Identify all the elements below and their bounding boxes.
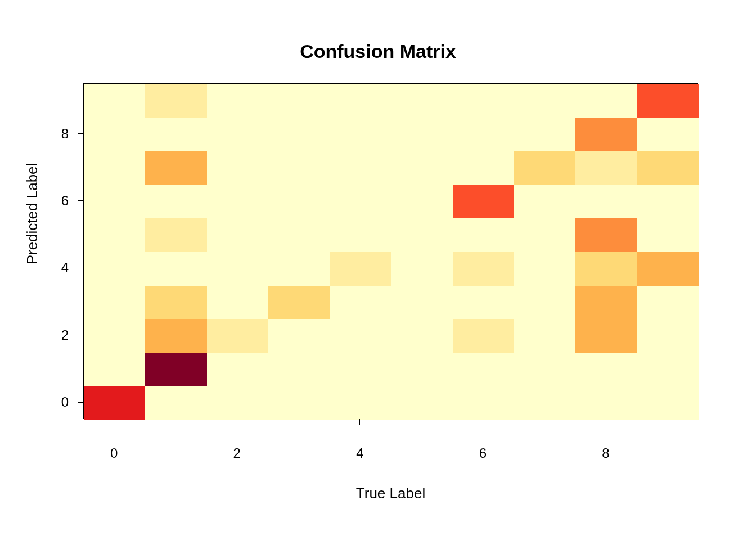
heatmap-cell bbox=[392, 151, 453, 184]
heatmap-cell bbox=[453, 285, 515, 319]
x-tick-label: 0 bbox=[110, 446, 118, 461]
heatmap-cell bbox=[268, 184, 330, 218]
x-tick-label: 8 bbox=[602, 446, 609, 461]
heatmap-cell bbox=[514, 353, 576, 386]
heatmap-cell bbox=[330, 118, 392, 151]
x-tick-mark bbox=[114, 419, 114, 425]
heatmap-cell bbox=[453, 184, 515, 218]
heatmap-cell bbox=[145, 84, 207, 118]
heatmap-cell bbox=[268, 252, 330, 286]
heatmap-cell bbox=[84, 118, 146, 151]
heatmap-cell bbox=[392, 285, 453, 319]
x-tick-mark bbox=[483, 419, 483, 425]
heatmap-cell bbox=[514, 84, 576, 118]
heatmap-cell bbox=[637, 319, 699, 353]
heatmap-cell bbox=[392, 252, 453, 286]
chart-title: Confusion Matrix bbox=[0, 40, 756, 62]
heatmap-cell bbox=[575, 353, 637, 386]
heatmap-cell bbox=[84, 184, 146, 218]
heatmap-cell bbox=[575, 184, 637, 218]
heatmap-cell bbox=[637, 386, 699, 420]
y-tick-label: 0 bbox=[52, 394, 69, 410]
heatmap-cell bbox=[514, 151, 576, 184]
heatmap-cell bbox=[392, 353, 453, 386]
heatmap-cell bbox=[145, 386, 207, 420]
x-tick-mark bbox=[237, 419, 237, 425]
heatmap-cell bbox=[145, 151, 207, 184]
heatmap-cell bbox=[330, 319, 392, 353]
heatmap-cell bbox=[392, 218, 453, 252]
heatmap-cell bbox=[268, 285, 330, 319]
heatmap-cell bbox=[268, 151, 330, 184]
heatmap-cell bbox=[145, 218, 207, 252]
heatmap-cell bbox=[453, 252, 515, 286]
heatmap-cell bbox=[453, 353, 515, 386]
heatmap-cell bbox=[575, 84, 637, 118]
heatmap-cell bbox=[330, 252, 392, 286]
confusion-matrix-chart: Confusion Matrix True Label Predicted La… bbox=[0, 0, 756, 540]
heatmap-cell bbox=[207, 252, 269, 286]
heatmap-cell bbox=[637, 353, 699, 386]
heatmap-cell bbox=[392, 184, 453, 218]
heatmap-cell bbox=[268, 84, 330, 118]
heatmap-cell bbox=[637, 84, 699, 118]
heatmap-cell bbox=[84, 285, 146, 319]
x-tick-label: 6 bbox=[479, 446, 487, 461]
heatmap-cell bbox=[330, 386, 392, 420]
heatmap-cell bbox=[453, 151, 515, 184]
heatmap-cell bbox=[392, 84, 453, 118]
heatmap-cell bbox=[145, 252, 207, 286]
heatmap-cell bbox=[268, 319, 330, 353]
x-axis-label: True Label bbox=[83, 485, 698, 502]
heatmap-cell bbox=[84, 151, 146, 184]
heatmap-cell bbox=[575, 218, 637, 252]
heatmap-cell bbox=[207, 386, 269, 420]
heatmap-cell bbox=[207, 285, 269, 319]
x-tick-label: 4 bbox=[356, 446, 363, 461]
heatmap-cell bbox=[637, 218, 699, 252]
y-tick-label: 8 bbox=[52, 126, 69, 142]
x-tick-mark bbox=[359, 419, 360, 425]
heatmap-cell bbox=[453, 118, 515, 151]
heatmap-cell bbox=[637, 252, 699, 286]
heatmap-cell bbox=[392, 386, 453, 420]
heatmap-cell bbox=[268, 386, 330, 420]
heatmap-cell bbox=[207, 151, 269, 184]
y-tick-mark bbox=[78, 402, 83, 403]
heatmap-cell bbox=[514, 184, 576, 218]
heatmap-cell bbox=[145, 353, 207, 386]
heatmap-cell bbox=[207, 319, 269, 353]
heatmap-cell bbox=[84, 218, 146, 252]
heatmap-cell bbox=[84, 319, 146, 353]
heatmap-cell bbox=[514, 285, 576, 319]
x-tick-mark bbox=[606, 419, 606, 425]
heatmap-cell bbox=[575, 151, 637, 184]
heatmap-cell bbox=[207, 353, 269, 386]
heatmap-cell bbox=[84, 84, 146, 118]
heatmap-cell bbox=[330, 151, 392, 184]
heatmap-cell bbox=[330, 184, 392, 218]
heatmap-cell bbox=[207, 218, 269, 252]
heatmap-cell bbox=[145, 184, 207, 218]
heatmap-cell bbox=[637, 118, 699, 151]
heatmap-cell bbox=[330, 285, 392, 319]
heatmap-cell bbox=[575, 386, 637, 420]
heatmap-cell bbox=[84, 386, 146, 420]
heatmap-cell bbox=[575, 285, 637, 319]
heatmap-cell bbox=[207, 118, 269, 151]
heatmap-cell bbox=[330, 84, 392, 118]
heatmap-cell bbox=[330, 353, 392, 386]
heatmap-cell bbox=[514, 386, 576, 420]
x-tick-label: 2 bbox=[233, 446, 241, 461]
y-tick-mark bbox=[78, 133, 83, 134]
heatmap-cell bbox=[514, 319, 576, 353]
heatmap-cell bbox=[145, 285, 207, 319]
plot-area bbox=[83, 83, 698, 419]
y-tick-mark bbox=[78, 200, 83, 201]
heatmap-cell bbox=[392, 118, 453, 151]
heatmap-cell bbox=[268, 218, 330, 252]
heatmap-cell bbox=[575, 252, 637, 286]
heatmap-cell bbox=[145, 319, 207, 353]
heatmap-cell bbox=[145, 118, 207, 151]
heatmap-cell bbox=[453, 84, 515, 118]
